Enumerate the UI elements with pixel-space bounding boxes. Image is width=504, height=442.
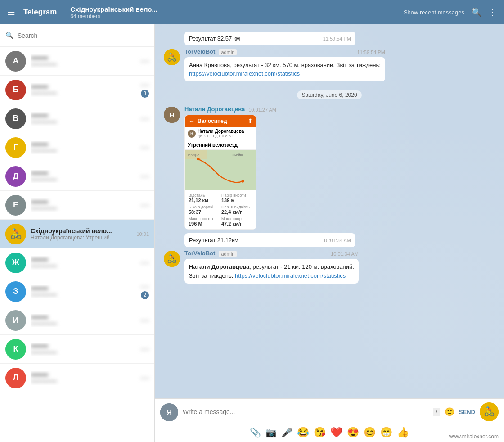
chat-name-6: ••••••••: [31, 198, 136, 206]
chat-time-8: ••:••: [141, 260, 149, 266]
chat-info-6: ••••••••••••••••••••••: [31, 198, 136, 212]
chat-meta-12: ••:••: [141, 375, 149, 381]
chat-meta-5: ••:••: [141, 174, 149, 179]
chat-preview-11: ••••••••••••••: [31, 350, 136, 356]
back-icon: ←: [189, 117, 195, 125]
messages-container: Результат 32,57 км 11:59:54 PM 🚴 TorVelo…: [155, 24, 504, 398]
stat-time: Б-ка в дорозі 58:37: [189, 205, 220, 215]
chat-preview-3: ••••••••••••••: [31, 119, 136, 126]
chat-list: А••••••••••••••••••••••••:••Б•••••••••••…: [0, 47, 154, 442]
chat-item-9[interactable]: З••••••••••••••••••••••••:••2: [0, 277, 154, 306]
header-search-icon[interactable]: 🔍: [472, 7, 482, 17]
emoji-kiss[interactable]: 😘: [314, 427, 326, 438]
chat-item-1[interactable]: А••••••••••••••••••••••••:••: [0, 47, 154, 76]
route-svg: Торецьк Сімейне: [185, 150, 256, 190]
chat-item-11[interactable]: К••••••••••••••••••••••••:••: [0, 335, 154, 364]
search-icon: 🔍: [5, 32, 14, 40]
sidebar: 🔍 А••••••••••••••••••••••••:••Б•••••••••…: [0, 24, 155, 442]
result-time-32: 11:59:54 PM: [323, 36, 351, 41]
bot-time-natali: 10:01:34 AM: [331, 251, 359, 257]
svg-text:🚴: 🚴: [484, 406, 495, 417]
chat-preview-10: ••••••••••••••: [31, 321, 136, 327]
emoji-picker-icon[interactable]: 🙂: [445, 407, 454, 417]
bot-send-avatar[interactable]: 🚴: [480, 402, 499, 421]
chat-info-9: ••••••••••••••••••••••: [31, 285, 136, 298]
chat-time-9: ••:••: [141, 284, 149, 289]
search-input[interactable]: [18, 32, 149, 39]
menu-icon[interactable]: ☰: [7, 7, 15, 18]
bike-card-header: ← Велосипед ⬆: [185, 115, 256, 127]
chat-info-7: Східноукраїнський вело...Натали Дорогавц…: [31, 227, 132, 241]
chat-item-3[interactable]: В••••••••••••••••••••••••:••: [0, 104, 154, 133]
chat-preview-12: ••••••••••••••: [31, 379, 136, 385]
group-info: Східноукраїнський вело... 64 members: [63, 5, 397, 19]
main-area: 🔍 А••••••••••••••••••••••••:••Б•••••••••…: [0, 24, 504, 442]
chat-time-2: ••:••: [141, 82, 149, 88]
card-user-avatar: Н: [188, 130, 196, 138]
attachment-icon[interactable]: 📎: [250, 427, 261, 438]
slash-command-icon[interactable]: /: [433, 408, 440, 416]
chat-time-12: ••:••: [141, 375, 149, 381]
bot-text-natali: Натали Дорогавцева, результат - 21 км. 1…: [189, 263, 354, 279]
chat-avatar-8: Ж: [5, 253, 26, 273]
camera-icon[interactable]: 📷: [266, 427, 277, 438]
chat-info-2: ••••••••••••••••••••••: [31, 83, 136, 97]
stat-max-height: Макс. висота 196 М: [189, 216, 220, 226]
chat-name-10: ••••••••: [31, 314, 136, 321]
chat-time-6: ••:••: [141, 203, 149, 208]
chat-item-12[interactable]: Л••••••••••••••••••••••••:••: [0, 364, 154, 392]
chat-badge-2: 3: [141, 90, 149, 98]
chat-item-6[interactable]: Е••••••••••••••••••••••••:••: [0, 191, 154, 220]
message-group-natali: Н Натали Дорогавцева 10:01:27 AM ← Велос…: [164, 106, 495, 230]
chat-item-2[interactable]: Б••••••••••••••••••••••••:••3: [0, 76, 154, 104]
natali-bubble: ← Велосипед ⬆ Н Натали Дорогавцева д6. С…: [184, 115, 276, 230]
chat-avatar-3: В: [5, 108, 26, 129]
emoji-heart[interactable]: ❤️: [330, 427, 342, 438]
header-more-icon[interactable]: ⋮: [489, 7, 497, 17]
chat-avatar-9: З: [5, 281, 26, 302]
chat-name-12: ••••••••: [31, 371, 136, 379]
chat-info-1: ••••••••••••••••••••••: [31, 54, 136, 68]
chat-item-7[interactable]: 🚴Східноукраїнський вело...Натали Дорогав…: [0, 220, 154, 248]
chat-meta-9: ••:••2: [141, 284, 149, 299]
svg-point-10: [197, 158, 200, 161]
bot-text-anna: Анна Кравцова, результат - 32 км. 570 м.…: [189, 62, 381, 77]
bot-role-natali: admin: [219, 251, 237, 257]
date-divider-june6: Saturday, June 6, 2020: [164, 90, 495, 99]
chat-meta-4: ••:••: [141, 145, 149, 150]
send-button[interactable]: SEND: [459, 409, 475, 415]
emoji-smile[interactable]: 😊: [364, 427, 376, 438]
chat-name-2: ••••••••: [31, 83, 136, 90]
chat-item-4[interactable]: Г••••••••••••••••••••••••:••: [0, 133, 154, 162]
chat-info-10: ••••••••••••••••••••••: [31, 314, 136, 327]
chat-preview-9: ••••••••••••••: [31, 292, 136, 298]
chat-time-5: ••:••: [141, 174, 149, 179]
statistics-link-anna[interactable]: https://veloclubtor.miralexnet.com/stati…: [189, 70, 300, 77]
chat-item-8[interactable]: Ж••••••••••••••••••••••••:••: [0, 248, 154, 277]
emoji-laughing[interactable]: 😂: [297, 427, 309, 438]
bot-role-anna: admin: [219, 49, 237, 55]
chat-preview-8: ••••••••••••••: [31, 263, 136, 270]
emoji-heart-eyes[interactable]: 😍: [347, 427, 359, 438]
emoji-thumbs-up[interactable]: 👍: [397, 427, 409, 438]
microphone-icon[interactable]: 🎤: [281, 427, 292, 438]
message-group-bot-anna: 🚴 TorVeloBot admin 11:59:54 PM Анна Крав…: [164, 48, 495, 81]
chat-info-11: ••••••••••••••••••••••: [31, 343, 136, 356]
svg-text:🚴: 🚴: [167, 254, 177, 264]
top-bar: ☰ Telegram Східноукраїнський вело... 64 …: [0, 0, 504, 24]
bike-card: ← Велосипед ⬆ Н Натали Дорогавцева д6. С…: [184, 115, 256, 230]
chat-badge-9: 2: [141, 291, 149, 299]
bot-time-anna: 11:59:54 PM: [357, 50, 385, 55]
chat-avatar-1: А: [5, 51, 26, 72]
chat-item-10[interactable]: И••••••••••••••••••••••••:••: [0, 306, 154, 335]
statistics-link-natali[interactable]: https://veloclubtor.miralexnet.com/stati…: [235, 272, 346, 279]
emoji-grin[interactable]: 😁: [380, 427, 392, 438]
chat-avatar-7: 🚴: [5, 224, 26, 244]
message-input[interactable]: [183, 408, 428, 415]
result-message-21: Результат 21.12км 10:01:34 AM: [184, 233, 356, 247]
bot-sender-name: TorVeloBot: [184, 48, 215, 55]
show-recent-button[interactable]: Show recent messages: [404, 9, 464, 16]
chat-item-5[interactable]: Д••••••••••••••••••••••••:••: [0, 162, 154, 191]
chat-time-11: ••:••: [141, 347, 149, 352]
natali-name-highlight: Натали Дорогавцева: [189, 263, 249, 270]
